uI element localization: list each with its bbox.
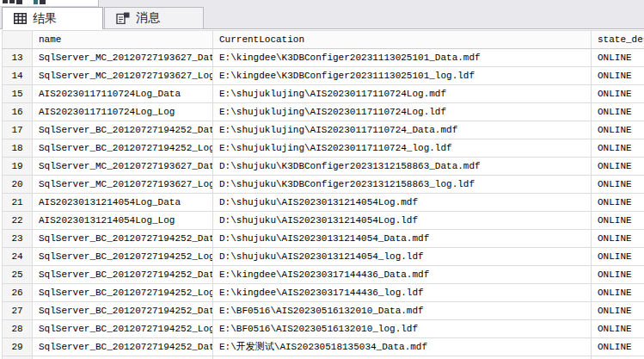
cell-location[interactable]: E:\shujuklujing\AIS20230117110724_Data.m… bbox=[213, 121, 592, 139]
cell-state[interactable]: ONLINE bbox=[592, 49, 644, 67]
column-header-currentlocation[interactable]: CurrentLocation bbox=[213, 31, 592, 49]
cell-rownum[interactable]: 16 bbox=[3, 103, 33, 121]
cell-state[interactable] bbox=[592, 356, 644, 359]
cell-state[interactable]: ONLINE bbox=[592, 194, 644, 212]
table-row: 28 SqlServer_BC_20120727194252_Log E:\BF… bbox=[3, 320, 644, 338]
cell-location[interactable]: E:\kingdee\AIS20230317144436_Data.mdf bbox=[213, 266, 592, 284]
cutoff-icon-fragment bbox=[34, 0, 38, 4]
cell-state[interactable]: ONLINE bbox=[592, 121, 644, 139]
table-row: 23 SqlServer_BC_20120727194252_Data D:\s… bbox=[3, 230, 644, 248]
cell-rownum[interactable]: 18 bbox=[3, 139, 33, 158]
cutoff-icon-fragment bbox=[9, 0, 15, 3]
results-grid-pane: name CurrentLocation state_desc 13 SqlSe… bbox=[0, 29, 644, 359]
cell-location[interactable]: D:\shujuku\K3DBConfiger20231312158863_Da… bbox=[213, 158, 592, 176]
cell-name[interactable]: SqlServer_BC_20120727194252_Data bbox=[33, 230, 213, 248]
cell-rownum[interactable]: 22 bbox=[3, 212, 33, 230]
cell-rownum[interactable]: 20 bbox=[3, 176, 33, 194]
cell-state[interactable]: ONLINE bbox=[592, 320, 644, 338]
tab-results[interactable]: 结果 bbox=[2, 7, 103, 29]
table-row: 20 SqlServer_MC_20120727193627_Log D:\sh… bbox=[3, 176, 644, 194]
column-header-state-desc[interactable]: state_desc bbox=[592, 31, 644, 49]
cell-location[interactable]: E:\kingdee\K3DBConfiger20231113025101_Da… bbox=[213, 49, 592, 67]
cell-state[interactable]: ONLINE bbox=[592, 85, 644, 103]
cell-state[interactable]: ONLINE bbox=[592, 67, 644, 85]
cell-state[interactable]: ONLINE bbox=[592, 103, 644, 121]
header-row: name CurrentLocation state_desc bbox=[3, 31, 644, 49]
column-header-name[interactable]: name bbox=[33, 31, 213, 49]
table-row: 16 AIS20230117110724Log_Log E:\shujukluj… bbox=[3, 103, 644, 121]
cell-location[interactable]: E:\kingdee\AIS20230317144436_log.ldf bbox=[213, 284, 592, 302]
cell-state[interactable]: ONLINE bbox=[592, 176, 644, 194]
cell-state[interactable]: ONLINE bbox=[592, 248, 644, 266]
cell-rownum[interactable]: 26 bbox=[3, 284, 33, 302]
cell-rownum[interactable] bbox=[3, 356, 33, 359]
cell-location[interactable]: D:\shujuku\AIS20230131214054Log.mdf bbox=[213, 194, 592, 212]
cell-rownum[interactable]: 25 bbox=[3, 266, 33, 284]
cell-location[interactable]: D:\shujuku\AIS20230131214054Log.ldf bbox=[213, 212, 592, 230]
table-row: 24 SqlServer_BC_20120727194252_Log D:\sh… bbox=[3, 248, 644, 266]
cell-name[interactable]: SqlServer_MC_20120727193627_Data bbox=[33, 158, 213, 176]
cell-rownum[interactable]: 19 bbox=[3, 158, 33, 176]
table-row: 15 AIS20230117110724Log_Data E:\shujuklu… bbox=[3, 85, 644, 103]
cell-location[interactable]: E:\开发测试\AIS20230518135034_Data.mdf bbox=[213, 338, 592, 356]
cell-location[interactable]: E:\shujuklujing\AIS20230117110724Log.ldf bbox=[213, 103, 592, 121]
cell-name[interactable]: SqlServer_BC_20120727194252_Log bbox=[33, 139, 213, 158]
cell-name[interactable]: SqlServer_MC_20120727193627_Log bbox=[33, 67, 213, 85]
table-row: 22 AIS20230131214054Log_Log D:\shujuku\A… bbox=[3, 212, 644, 230]
cell-name[interactable]: SqlServer_BC_20120727194252_Data bbox=[33, 121, 213, 139]
tab-messages-label: 消息 bbox=[136, 10, 160, 26]
cell-location[interactable]: D:\shujuku\AIS20230131214054_log.ldf bbox=[213, 248, 592, 266]
results-pane-tab-bar: 结果 消息 bbox=[0, 7, 644, 29]
table-row: 26 SqlServer_BC_20120727194252_Log E:\ki… bbox=[3, 284, 644, 302]
cell-state[interactable]: ONLINE bbox=[592, 338, 644, 356]
table-row: 18 SqlServer_BC_20120727194252_Log E:\sh… bbox=[3, 139, 644, 158]
cell-state[interactable]: ONLINE bbox=[592, 230, 644, 248]
cell-rownum[interactable]: 23 bbox=[3, 230, 33, 248]
cell-name[interactable]: SqlServer_BC_20120727194252_Data bbox=[33, 338, 213, 356]
cell-name[interactable]: SqlServer_BC_20120727194252_Data bbox=[33, 302, 213, 320]
table-row: 14 SqlServer_MC_20120727193627_Log E:\ki… bbox=[3, 67, 644, 85]
table-row: 21 AIS20230131214054Log_Data D:\shujuku\… bbox=[3, 194, 644, 212]
cell-name[interactable]: SqlServer_MC_20120727193627_Data bbox=[33, 49, 213, 67]
cell-state[interactable]: ONLINE bbox=[592, 284, 644, 302]
cell-name[interactable]: AIS20230117110724Log_Data bbox=[33, 85, 213, 103]
cell-rownum[interactable]: 17 bbox=[3, 121, 33, 139]
corner-header[interactable] bbox=[3, 31, 33, 49]
cell-rownum[interactable]: 28 bbox=[3, 320, 33, 338]
cell-state[interactable]: ONLINE bbox=[592, 158, 644, 176]
cell-name[interactable]: SqlServer_BC_20120727194252_Data bbox=[33, 266, 213, 284]
cell-location[interactable]: D:\shujuku\K3DBConfiger20231312158863_lo… bbox=[213, 176, 592, 194]
cell-rownum[interactable]: 27 bbox=[3, 302, 33, 320]
cell-rownum[interactable]: 21 bbox=[3, 194, 33, 212]
cell-state[interactable]: ONLINE bbox=[592, 212, 644, 230]
cell-location[interactable] bbox=[213, 356, 592, 359]
cell-location[interactable]: E:\BF0516\AIS20230516132010_Data.mdf bbox=[213, 302, 592, 320]
cell-name[interactable]: AIS20230117110724Log_Log bbox=[33, 103, 213, 121]
cell-location[interactable]: E:\BF0516\AIS20230516132010_log.ldf bbox=[213, 320, 592, 338]
cell-location[interactable]: E:\shujuklujing\AIS20230117110724_log.ld… bbox=[213, 139, 592, 158]
cutoff-icon-fragment bbox=[40, 0, 46, 4]
cell-rownum[interactable]: 13 bbox=[3, 49, 33, 67]
cell-state[interactable]: ONLINE bbox=[592, 266, 644, 284]
tab-messages[interactable]: 消息 bbox=[104, 7, 204, 28]
results-grid-icon bbox=[14, 13, 27, 24]
cell-rownum[interactable]: 24 bbox=[3, 248, 33, 266]
cell-state[interactable]: ONLINE bbox=[592, 302, 644, 320]
cell-location[interactable]: E:\kingdee\K3DBConfiger20231113025101_lo… bbox=[213, 67, 592, 85]
cell-name[interactable]: AIS20230131214054Log_Data bbox=[33, 194, 213, 212]
top-cutoff-strip bbox=[0, 0, 644, 7]
cell-name[interactable]: SqlServer_MC_20120727193627_Log bbox=[33, 176, 213, 194]
cell-location[interactable]: D:\shujuku\AIS20230131214054_Data.mdf bbox=[213, 230, 592, 248]
results-grid: name CurrentLocation state_desc 13 SqlSe… bbox=[2, 30, 644, 359]
cell-state[interactable]: ONLINE bbox=[592, 139, 644, 158]
cell-rownum[interactable]: 14 bbox=[3, 67, 33, 85]
cell-rownum[interactable]: 15 bbox=[3, 85, 33, 103]
cell-name[interactable]: SqlServer_BC_20120727194252_Log bbox=[33, 284, 213, 302]
cell-name[interactable]: SqlServer_BC_20120727194252_Log bbox=[33, 320, 213, 338]
cell-rownum[interactable]: 29 bbox=[3, 338, 33, 356]
table-row: 25 SqlServer_BC_20120727194252_Data E:\k… bbox=[3, 266, 644, 284]
cell-name[interactable]: AIS20230131214054Log_Log bbox=[33, 212, 213, 230]
cell-name[interactable]: SqlServer_BC_20120727194252_Log bbox=[33, 248, 213, 266]
cell-name[interactable] bbox=[33, 356, 213, 359]
cell-location[interactable]: E:\shujuklujing\AIS20230117110724Log.mdf bbox=[213, 85, 592, 103]
